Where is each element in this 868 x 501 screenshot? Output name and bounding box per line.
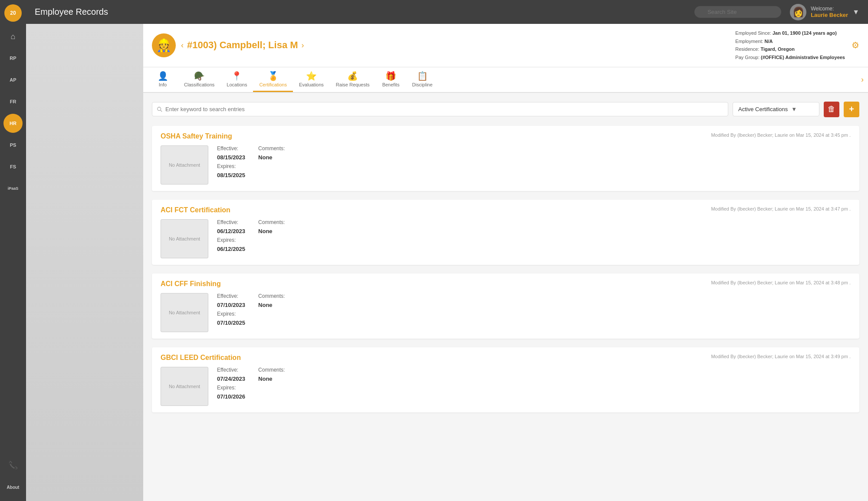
cert-comments-4: Comments: None [258,367,285,400]
svg-line-3 [161,110,162,112]
cert-entry-1: OSHA Saftey Training Modified By (lbecke… [152,126,859,191]
cert-modified-2: Modified By (lbecker) Becker; Laurie on … [711,206,851,211]
tab-certifications[interactable]: 🏅 Certifications [253,67,293,92]
sidebar-item-fs[interactable]: FS [3,157,23,176]
comments-label-2: Comments: [258,219,285,225]
tab-evaluations[interactable]: ⭐ Evaluations [293,67,330,92]
entry-search-box [152,102,728,116]
tab-raise-requests[interactable]: 💰 Raise Requests [330,67,376,92]
effective-value-3: 07/10/2023 [217,302,245,308]
search-filter-bar: Active Certifications ▼ 🗑 + [152,102,859,117]
site-search-input[interactable] [694,6,781,18]
app-logo[interactable]: 20 [4,4,22,22]
tab-discipline[interactable]: 📋 Discipline [406,67,439,92]
effective-label-3: Effective: [217,293,245,299]
cert-title-4: GBCI LEED Certification [161,354,241,362]
cert-body-2: No Attachment Effective: 06/12/2023 Expi… [161,219,851,258]
certifications-content: Active Certifications ▼ 🗑 + OSHA Saftey … [143,93,868,501]
tab-benefits[interactable]: 🎁 Benefits [376,67,406,92]
effective-value-2: 06/12/2023 [217,228,245,234]
sidebar-item-phone[interactable]: 📞 [3,456,23,475]
search-wrapper [694,6,781,18]
cert-dates-2: Effective: 06/12/2023 Expires: 06/12/202… [217,219,245,252]
expires-value-1: 08/15/2025 [217,172,245,178]
user-dropdown-arrow[interactable]: ▼ [852,8,859,16]
sidebar-item-home[interactable]: ⌂ [3,27,23,46]
welcome-label: Welcome: [811,6,848,12]
info-icon: 👤 [158,71,168,81]
app-title: Employee Records [35,7,694,17]
evaluations-icon: ⭐ [306,71,317,81]
sidebar-item-hr[interactable]: HR [3,114,23,133]
tab-info[interactable]: 👤 Info [148,67,178,92]
filter-dropdown[interactable]: Active Certifications ▼ [733,102,819,116]
next-employee-button[interactable]: › [302,41,304,50]
cert-modified-1: Modified By (lbecker) Becker; Laurie on … [711,132,851,138]
employee-name: #1003) Campbell; Lisa M [187,40,298,51]
add-icon: + [849,104,854,114]
sidebar-item-ap[interactable]: AP [3,70,23,89]
classifications-icon: 🪖 [194,71,205,81]
cert-title-2: ACI FCT Certification [161,206,230,214]
settings-gear-icon[interactable]: ⚙ [852,40,859,50]
sidebar-item-ps[interactable]: PS [3,135,23,155]
cert-entry-3: ACI CFF Finishing Modified By (lbecker) … [152,274,859,339]
cert-modified-4: Modified By (lbecker) Becker; Laurie on … [711,354,851,359]
cert-header-4: GBCI LEED Certification Modified By (lbe… [161,354,851,362]
certifications-icon: 🏅 [268,71,279,81]
raise-requests-icon: 💰 [347,71,358,81]
expires-label-3: Expires: [217,311,245,317]
main-content: 👷 ‹ #1003) Campbell; Lisa M › Employed S… [26,24,868,501]
tab-locations[interactable]: 📍 Locations [220,67,253,92]
employee-avatar: 👷 [152,33,176,57]
entry-search-input[interactable] [163,102,723,116]
benefits-icon: 🎁 [385,71,396,81]
comments-label-1: Comments: [258,145,285,152]
expires-label-2: Expires: [217,237,245,243]
cert-modified-3: Modified By (lbecker) Becker; Laurie on … [711,280,851,285]
prev-employee-button[interactable]: ‹ [181,41,184,50]
cert-details-3: Effective: 07/10/2023 Expires: 07/10/202… [217,293,285,326]
effective-label-1: Effective: [217,145,245,152]
tabs-scroll-right[interactable]: › [861,75,864,84]
delete-button[interactable]: 🗑 [824,102,839,117]
sidebar-item-ipaas[interactable]: iPaaS [3,179,23,198]
effective-label-2: Effective: [217,219,245,225]
svg-point-2 [158,107,161,111]
expires-value-3: 07/10/2025 [217,320,245,326]
trash-icon: 🗑 [828,105,835,114]
comments-value-2: None [258,228,285,234]
employee-header: 👷 ‹ #1003) Campbell; Lisa M › Employed S… [143,24,868,67]
cert-attachment-1[interactable]: No Attachment [161,145,208,185]
comments-label-4: Comments: [258,367,285,373]
cert-entry-4: GBCI LEED Certification Modified By (lbe… [152,347,859,412]
cert-dates-1: Effective: 08/15/2023 Expires: 08/15/202… [217,145,245,178]
cert-header-3: ACI CFF Finishing Modified By (lbecker) … [161,280,851,288]
cert-header-2: ACI FCT Certification Modified By (lbeck… [161,206,851,214]
tabs-bar: 👤 Info 🪖 Classifications 📍 Locations 🏅 C… [143,67,868,93]
entry-search-icon [157,106,163,112]
left-background [26,24,143,501]
add-button[interactable]: + [844,102,859,117]
cert-attachment-2[interactable]: No Attachment [161,219,208,258]
cert-body-4: No Attachment Effective: 07/24/2023 Expi… [161,367,851,406]
sidebar-item-about[interactable]: About [3,478,23,497]
comments-value-4: None [258,376,285,382]
cert-details-4: Effective: 07/24/2023 Expires: 07/10/202… [217,367,285,400]
user-name[interactable]: Laurie Becker [811,12,848,18]
cert-dates-4: Effective: 07/24/2023 Expires: 07/10/202… [217,367,245,400]
cert-attachment-3[interactable]: No Attachment [161,293,208,332]
tab-classifications[interactable]: 🪖 Classifications [178,67,220,92]
sidebar-item-rp[interactable]: RP [3,49,23,68]
cert-comments-3: Comments: None [258,293,285,326]
cert-details-1: Effective: 08/15/2023 Expires: 08/15/202… [217,145,285,178]
discipline-icon: 📋 [417,71,428,81]
sidebar-item-fr[interactable]: FR [3,92,23,111]
cert-body-1: No Attachment Effective: 08/15/2023 Expi… [161,145,851,185]
expires-value-2: 06/12/2025 [217,246,245,252]
top-header: Employee Records 👩 Welcome: Laurie Becke… [26,0,868,24]
user-avatar: 👩 [790,4,806,20]
cert-attachment-4[interactable]: No Attachment [161,367,208,406]
employee-nav: ‹ #1003) Campbell; Lisa M › [181,40,735,51]
comments-value-3: None [258,302,285,308]
